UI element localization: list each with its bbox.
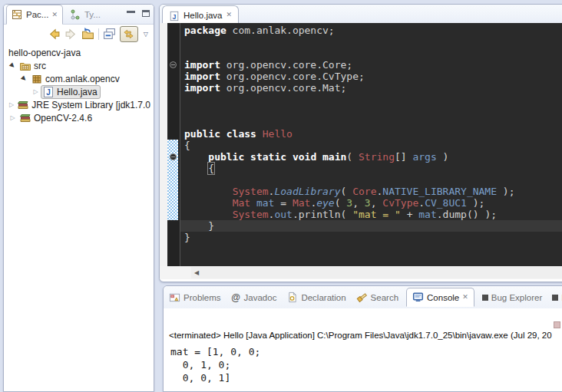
tab-label: Console <box>427 293 459 302</box>
search-icon <box>356 292 368 303</box>
back-icon[interactable] <box>48 28 61 41</box>
quickdiff-hatch <box>167 140 178 220</box>
close-icon[interactable]: ✕ <box>51 12 58 18</box>
fold-collapse-icon[interactable] <box>170 153 177 160</box>
tree-item-jre-system-library-jdk1-7-0[interactable]: ▷JRE System Library [jdk1.7.0 <box>4 98 154 111</box>
collapse-arrow-icon[interactable]: ▶ <box>18 73 31 85</box>
explorer-tab-bar: Pac... ✕ Ty... <box>4 5 154 25</box>
eclipse-window: Pac... ✕ Ty... <box>0 0 562 392</box>
tab-bug[interactable]: Bug <box>550 290 562 305</box>
tab-search[interactable]: Search <box>354 288 401 306</box>
link-with-editor-button[interactable] <box>120 26 138 42</box>
expand-arrow-icon[interactable]: ▷ <box>8 114 18 121</box>
tree-item-label: OpenCV-2.4.6 <box>34 113 92 124</box>
console-status-line: <terminated> Hello [Java Application] C:… <box>169 331 562 340</box>
tab-declaration[interactable]: Declaration <box>284 288 348 306</box>
tree-item-com-anlak-opencv[interactable]: ▶com.anlak.opencv <box>4 72 154 85</box>
tree-item-hello-java[interactable]: ▷JHello.java <box>4 85 154 98</box>
close-icon[interactable]: ✕ <box>226 12 233 18</box>
forward-icon[interactable] <box>64 28 78 41</box>
expand-arrow-icon[interactable]: ▷ <box>31 88 41 95</box>
java-file-icon: J <box>42 86 55 98</box>
svg-text:J: J <box>46 88 51 97</box>
tab-package-explorer[interactable]: Pac... ✕ <box>6 5 63 25</box>
link-with-editor-icon <box>123 28 134 40</box>
library-icon <box>17 99 29 111</box>
tree-item-src[interactable]: ▶src <box>4 59 154 72</box>
code-line: } <box>184 220 562 232</box>
tree-item-content: hello-opencv-java <box>7 46 84 60</box>
tab-label: Pac... <box>26 10 48 19</box>
package-icon <box>31 73 43 85</box>
collapse-all-icon[interactable] <box>103 28 116 41</box>
tree-item-content: com.anlak.opencv <box>29 72 123 86</box>
tree-item-hello-opencv-java[interactable]: hello-opencv-java <box>4 46 154 59</box>
code-line <box>184 36 562 48</box>
tree-item-label: hello-opencv-java <box>8 48 81 58</box>
bug-square-icon <box>482 295 488 301</box>
tree-item-opencv-2-4-6[interactable]: ▷OpenCV-2.4.6 <box>4 111 154 124</box>
project-tree: hello-opencv-java▶src▶com.anlak.opencv▷J… <box>4 44 154 124</box>
collapse-arrow-icon[interactable]: ▶ <box>7 60 19 72</box>
scrollbar-track[interactable]: ◀ <box>191 267 562 278</box>
maximize-icon[interactable] <box>142 10 150 17</box>
code-line <box>184 174 562 186</box>
code-line: System.out.println( "mat = " + mat.dump(… <box>184 209 562 220</box>
tab-console[interactable]: Console✕ <box>406 288 474 307</box>
code-line <box>184 48 562 59</box>
editor-horizontal-scrollbar[interactable]: ◀ <box>160 266 562 279</box>
library-icon <box>19 112 31 124</box>
tree-item-label: com.anlak.opencv <box>45 74 120 84</box>
view-menu-icon[interactable]: ▽ <box>142 31 150 38</box>
code-line <box>184 94 562 105</box>
package-explorer-icon <box>11 8 23 21</box>
scroll-left-arrow-icon[interactable]: ◀ <box>191 269 199 276</box>
console-icon <box>412 292 424 303</box>
code-line: public class Hello <box>184 128 562 140</box>
code-line <box>184 117 562 128</box>
console-output[interactable]: mat = [1, 0, 0; 0, 1, 0; 0, 0, 1] <box>170 345 260 384</box>
problems-icon <box>169 292 180 303</box>
tab-hello-java[interactable]: J Hello.java ✕ <box>162 5 239 24</box>
annotation-ruler <box>160 23 167 266</box>
editor-panel: J Hello.java ✕ package com.anlak.opencv;… <box>159 4 562 282</box>
tree-item-label: src <box>34 61 46 71</box>
up-icon[interactable] <box>81 28 94 41</box>
tab-label: Ty... <box>84 10 101 19</box>
tree-item-label: JRE System Library [jdk1.7.0 <box>31 100 150 110</box>
java-file-icon: J <box>169 10 180 21</box>
editor-body: package com.anlak.opencv;import org.open… <box>160 23 562 266</box>
tab-label: Search <box>371 293 398 302</box>
tab-label: Javadoc <box>244 293 277 302</box>
tab-type-hierarchy[interactable]: Ty... <box>65 5 105 24</box>
javadoc-icon: @ <box>231 292 241 303</box>
editor-tab-bar: J Hello.java ✕ <box>160 5 562 23</box>
svg-text:J: J <box>173 12 177 20</box>
tab-bug-explorer[interactable]: Bug Explorer <box>480 290 544 305</box>
explorer-toolbar: ▽ <box>4 25 154 44</box>
tab-javadoc[interactable]: @Javadoc <box>229 289 279 306</box>
tree-item-content: OpenCV-2.4.6 <box>18 111 95 125</box>
fold-collapse-icon[interactable] <box>170 61 177 68</box>
code-line: { <box>184 140 562 151</box>
code-line: System.LoadLibrary( Core.NATIVE_LIBRARY_… <box>184 186 562 197</box>
console-toolbar-fragment-icon[interactable] <box>554 321 560 328</box>
minimize-icon[interactable] <box>127 11 135 13</box>
code-line: public static void main( String[] args ) <box>184 151 562 163</box>
source-folder-icon <box>19 60 31 72</box>
code-editor[interactable]: package com.anlak.opencv;import org.open… <box>180 23 562 266</box>
package-explorer-panel: Pac... ✕ Ty... <box>3 4 154 392</box>
tab-problems[interactable]: Problems <box>167 288 223 306</box>
expand-arrow-icon[interactable]: ▷ <box>8 101 15 108</box>
view-window-buttons <box>127 10 150 17</box>
code-line: import org.opencv.core.CvType; <box>184 71 562 82</box>
code-line: import org.opencv.core.Mat; <box>184 82 562 94</box>
code-line: Mat mat = Mat.eye( 3, 3, CvType.CV_8UC1 … <box>184 197 562 209</box>
type-hierarchy-icon <box>69 8 81 21</box>
tab-label: Declaration <box>301 293 345 302</box>
close-icon[interactable]: ✕ <box>462 294 468 301</box>
console-panel: Problems@JavadocDeclarationSearchConsole… <box>163 285 562 392</box>
tree-item-content: JHello.java <box>41 85 101 99</box>
folding-ruler <box>167 23 180 266</box>
tab-label: Bug Explorer <box>491 293 542 302</box>
